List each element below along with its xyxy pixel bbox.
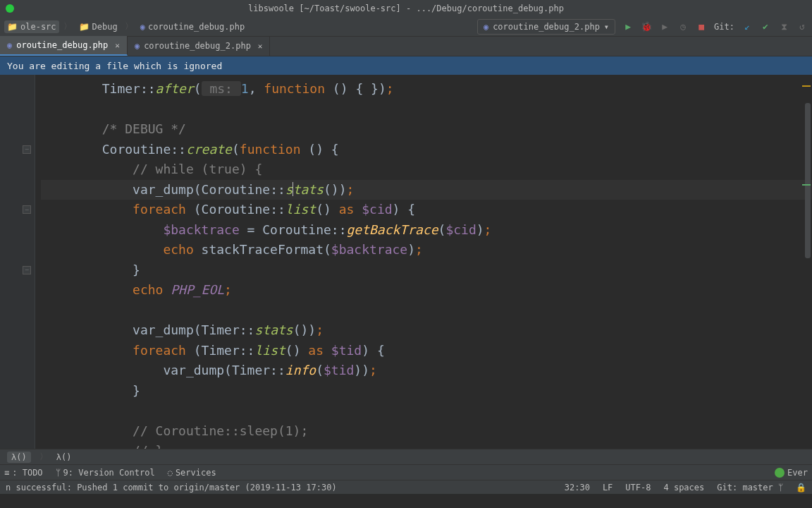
code-token: } — [41, 262, 140, 277]
services-label: Services — [176, 468, 216, 478]
close-icon[interactable]: ✕ — [115, 41, 120, 50]
code-token: create — [186, 142, 232, 157]
code-token: var_dump(Timer — [133, 322, 240, 337]
debug-button[interactable]: 🐞 — [641, 21, 652, 32]
profile-button[interactable]: ◷ — [677, 21, 689, 32]
caret-position[interactable]: 32:30 — [565, 483, 590, 492]
git-branch[interactable]: Git: master ᛘ — [717, 483, 783, 492]
vcs-update-button[interactable]: ↙ — [742, 21, 753, 32]
code-line[interactable]: } — [41, 381, 812, 401]
run-config-selector[interactable]: ◉ coroutine_debug_2.php ▾ — [477, 19, 615, 35]
code-line[interactable]: echo stackTraceFormat($backtrace); — [41, 240, 812, 260]
file-encoding[interactable]: UTF-8 — [625, 483, 651, 492]
vcs-history-button[interactable]: ⧗ — [778, 21, 789, 32]
code-token: :: — [171, 142, 186, 157]
structure-crumb[interactable]: λ() — [56, 452, 72, 462]
fold-icon[interactable]: − — [23, 205, 31, 214]
code-line[interactable]: echo PHP_EOL; — [41, 280, 812, 301]
code-line[interactable]: // Coroutine::sleep(1); — [41, 421, 812, 442]
tab-label: oroutine_debug.php — [16, 40, 108, 50]
code-line[interactable] — [41, 99, 812, 120]
code-line[interactable]: var_dump(Timer::stats()); — [41, 320, 812, 341]
version-control-tool-window[interactable]: ᛘ 9: Version Control — [56, 468, 155, 478]
code-token: :: — [270, 182, 285, 197]
code-token — [41, 162, 133, 176]
code-token: = Coroutine — [240, 222, 331, 237]
maximize-icon[interactable] — [6, 4, 14, 13]
navigation-bar: 📁ole-src〉📁Debug〉◉coroutine_debug.php ◉ c… — [0, 17, 812, 37]
todo-tool-window[interactable]: ≡ : TODO — [4, 468, 43, 478]
code-token: ine — [247, 182, 271, 197]
code-token: ( — [194, 81, 202, 96]
run-button[interactable]: ▶ — [622, 21, 634, 32]
code-line[interactable]: $backtrace = Coroutine::getBackTrace($ci… — [41, 220, 812, 241]
code-line[interactable]: Timer::after( ms: 1, function () { }); — [41, 79, 812, 99]
evernote-widget[interactable]: Ever — [775, 468, 808, 478]
code-area[interactable]: Timer::after( ms: 1, function () { }); /… — [35, 75, 812, 449]
code-line[interactable]: } — [41, 260, 812, 281]
window-controls[interactable] — [6, 4, 14, 13]
code-token: // Coroutine::sleep(1); — [133, 423, 308, 438]
code-token: (Coroutine — [186, 202, 270, 217]
code-token: :: — [270, 363, 285, 377]
editor-tab[interactable]: ◉oroutine_debug.php✕ — [0, 36, 128, 56]
code-line[interactable]: foreach (Timer::list() as $tid) { — [41, 341, 812, 361]
lock-icon[interactable]: 🔒 — [796, 483, 806, 492]
vcs-label: 9: Version Control — [63, 468, 155, 478]
code-line[interactable]: // while (true) { — [41, 159, 812, 180]
vcs-commit-button[interactable]: ✔ — [760, 21, 771, 32]
code-token: // } — [133, 443, 163, 449]
breadcrumb-item[interactable]: 📁ole-src — [4, 20, 59, 33]
scrollbar[interactable] — [802, 75, 811, 449]
notification-banner: You are editing a file which is ignored — [0, 56, 812, 75]
scrollbar-mark[interactable] — [802, 184, 811, 186]
code-token — [41, 343, 133, 358]
code-token: ; — [415, 242, 423, 257]
code-token: ; — [316, 322, 324, 337]
code-token: as — [339, 202, 355, 217]
chevron-down-icon: ▾ — [604, 22, 609, 32]
code-line[interactable] — [41, 301, 812, 321]
structure-crumb[interactable]: λ() — [7, 452, 31, 463]
code-token: echo — [133, 282, 163, 297]
breadcrumb-separator: 〉 — [125, 20, 133, 32]
code-line[interactable]: foreach (Coroutine::list() as $cid) { — [41, 200, 812, 220]
evernote-icon — [775, 468, 785, 478]
code-token: after — [156, 81, 194, 96]
fold-end-icon[interactable]: − — [23, 266, 31, 274]
code-line[interactable]: // } — [41, 441, 812, 449]
code-token: ( — [316, 363, 324, 377]
editor-tab[interactable]: ◉coroutine_debug_2.php✕ — [128, 36, 271, 56]
scrollbar-thumb[interactable] — [805, 103, 811, 258]
breadcrumb-item[interactable]: 📁Debug — [76, 20, 121, 33]
code-token: list — [285, 202, 316, 217]
breadcrumb-label: coroutine_debug.php — [148, 22, 245, 32]
code-token: var_dump(Timer — [163, 363, 270, 377]
stop-button[interactable]: ■ — [696, 21, 707, 32]
line-separator[interactable]: LF — [603, 483, 613, 492]
breadcrumbs: 📁ole-src〉📁Debug〉◉coroutine_debug.php — [4, 20, 247, 33]
fold-icon[interactable]: − — [23, 145, 31, 154]
indent-settings[interactable]: 4 spaces — [663, 483, 704, 492]
code-token — [41, 81, 102, 96]
gutter[interactable]: −−− — [0, 75, 35, 449]
vcs-rollback-button[interactable]: ↺ — [796, 21, 808, 32]
code-line[interactable]: Coroutine::create(function () { — [41, 140, 812, 160]
code-line[interactable]: /* DEBUG */ — [41, 119, 812, 140]
folder-icon: 📁 — [79, 22, 90, 32]
structure-breadcrumbs[interactable]: λ()〉λ() — [0, 449, 812, 464]
scrollbar-mark[interactable] — [802, 85, 811, 87]
breadcrumb-item[interactable]: ◉coroutine_debug.php — [137, 20, 248, 33]
editor[interactable]: −−− Timer::after( ms: 1, function () { }… — [0, 75, 812, 449]
code-line[interactable]: var_dump(Coroutine::stats()); — [41, 180, 812, 200]
code-token — [163, 282, 171, 297]
close-icon[interactable]: ✕ — [258, 42, 263, 51]
services-tool-window[interactable]: ◌ Services — [168, 468, 216, 478]
code-line[interactable] — [41, 401, 812, 421]
php-icon: ◉ — [484, 22, 488, 32]
code-token: () { }) — [325, 81, 386, 96]
code-token: info — [285, 363, 316, 377]
code-line[interactable]: var_dump(Timer::info($tid)); — [41, 361, 812, 381]
code-token: ( — [438, 222, 446, 237]
run-coverage-button[interactable]: ▶ — [659, 21, 670, 32]
